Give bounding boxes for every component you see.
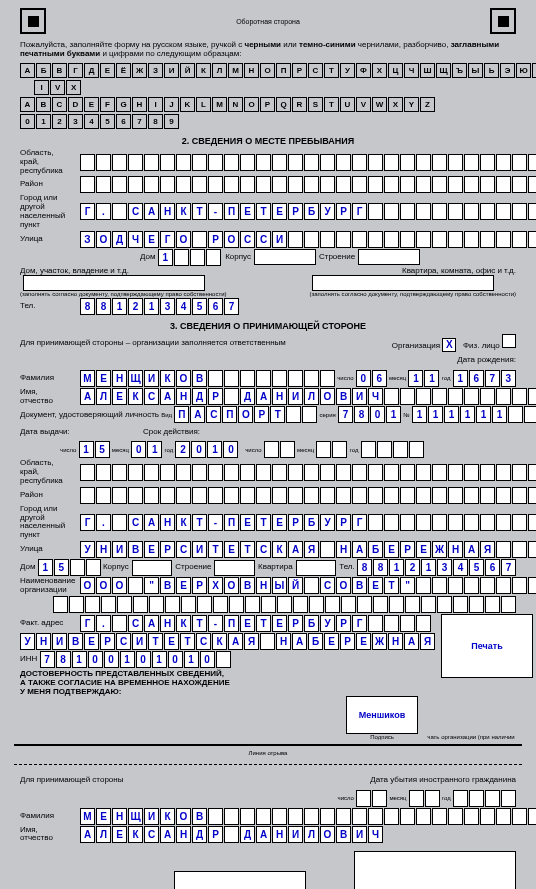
fiz-checkbox[interactable] — [502, 334, 516, 348]
signature-box: Меншиков — [346, 696, 418, 734]
confirm-text: ДОСТОВЕРНОСТЬ ПРЕДСТАВЛЕННЫХ СВЕДЕНИЙ, А… — [20, 669, 435, 696]
district-label: Район — [20, 180, 80, 189]
house-detail[interactable] — [23, 275, 205, 291]
city-label: Город или другой населенный пункт — [20, 194, 80, 229]
region-label: Область, край, республика — [20, 149, 80, 175]
street-label: Улица — [20, 235, 80, 244]
instruction: Пожалуйста, заполняйте форму на русском … — [20, 40, 516, 58]
section2-title: 2. СВЕДЕНИЯ О МЕСТЕ ПРЕБЫВАНИЯ — [20, 136, 516, 146]
s2-house[interactable]: 1 — [158, 249, 221, 266]
back-side-label: Оборотная сторона — [236, 18, 300, 25]
roman-row: IVX — [34, 80, 81, 95]
org-checkbox[interactable]: X — [442, 338, 456, 352]
alphabet-en: ABCDEFGHIJKLMNOPQRSTUVWXYZ — [20, 97, 435, 112]
region-cells[interactable] — [80, 154, 536, 171]
s2-tel[interactable]: 8812134567 — [80, 298, 239, 315]
s2-city-cells[interactable]: Г.САНКТ-ПЕТЕРБУРГ — [80, 203, 536, 220]
tearline-label: Линия отрыва — [20, 750, 516, 756]
s3-name[interactable]: АЛЕКСАНДРДАНИЛОВИЧ — [80, 388, 536, 405]
mark-box — [354, 851, 516, 889]
corner-marker-tr — [490, 8, 516, 34]
flat-detail[interactable] — [312, 275, 494, 291]
s3-fam[interactable]: МЕНЩИКОВ — [80, 370, 335, 387]
section3-title: 3. СВЕДЕНИЯ О ПРИНИМАЮЩЕЙ СТОРОНЕ — [20, 321, 516, 331]
digits-row: 0123456789 — [20, 114, 179, 129]
s2-street-cells[interactable]: ЗОДЧЕГОРОССИ — [80, 231, 536, 248]
bottom-stamp: Печать — [174, 871, 306, 889]
korpus-field[interactable] — [254, 249, 316, 265]
district-cells[interactable] — [80, 176, 536, 193]
stroenie-field[interactable] — [358, 249, 420, 265]
stamp-box: Печать — [441, 614, 533, 678]
corner-marker-tl — [20, 8, 46, 34]
alphabet-ru: АБВГДЕЁЖЗИЙКЛМНОПРСТУФХЦЧШЩЪЫЬЭЮЯ — [20, 63, 536, 78]
